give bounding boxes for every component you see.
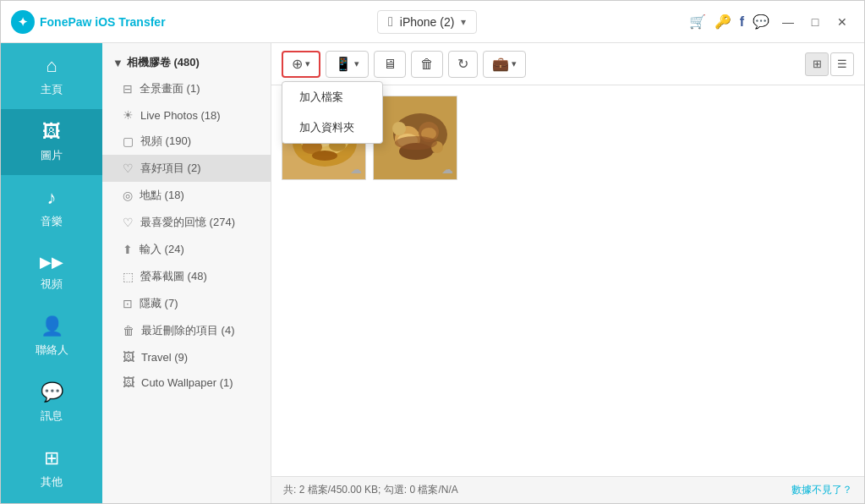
more-options-button[interactable]: 💼 ▾ (483, 51, 526, 78)
cat-label-recently-deleted: 最近刪除的項目 (4) (141, 323, 235, 338)
maximize-button[interactable]: □ (803, 10, 827, 34)
app-window: ✦ FonePaw iOS Transfer  iPhone (2) ▾ 🛒 … (0, 0, 865, 504)
cat-item-recently-deleted[interactable]: 🗑 最近刪除的項目 (4) (102, 317, 271, 344)
sidebar-label-video: 視頻 (41, 277, 63, 292)
cat-item-screenshots[interactable]: ⬚ 螢幕截圖 (48) (102, 263, 271, 290)
data-lost-link[interactable]: 數據不見了？ (791, 483, 852, 497)
cloud-icon-1: ☁ (350, 162, 362, 176)
minimize-button[interactable]: — (776, 10, 800, 34)
more-chevron-icon: ▾ (512, 58, 517, 69)
cat-item-hidden[interactable]: ⊡ 隱藏 (7) (102, 290, 271, 317)
music-icon: ♪ (47, 187, 57, 209)
cat-label-cuto: Cuto Wallpaper (1) (141, 376, 233, 389)
status-bar: 共: 2 檔案/450.00 KB; 勾選: 0 檔案/N/A 數據不見了？ (271, 476, 864, 503)
list-view-button[interactable]: ☰ (830, 52, 854, 76)
window-controls: — □ ✕ (776, 10, 854, 34)
sidebar-item-music[interactable]: ♪ 音樂 (1, 175, 102, 241)
sidebar-item-photos[interactable]: 🖼 圖片 (1, 109, 102, 175)
category-header-text: 相機膠卷 (480) (127, 55, 200, 70)
delete-button[interactable]: 🗑 (411, 51, 443, 78)
add-chevron-icon: ▾ (305, 58, 310, 69)
export-device-chevron-icon: ▾ (354, 58, 359, 69)
computer-icon: 🖥 (383, 57, 397, 72)
cat-item-cuto[interactable]: 🖼 Cuto Wallpaper (1) (102, 370, 271, 395)
cat-label-screenshots: 螢幕截圖 (48) (140, 269, 207, 284)
refresh-button[interactable]: ↻ (448, 51, 478, 78)
device-name: iPhone (2) (400, 15, 455, 29)
cat-label-memories: 最喜愛的回憶 (274) (140, 215, 235, 230)
chat-icon[interactable]: 💬 (753, 14, 769, 30)
briefcase-icon: 💼 (492, 56, 509, 72)
delete-icon: 🗑 (420, 57, 434, 72)
title-bar: ✦ FonePaw iOS Transfer  iPhone (2) ▾ 🛒 … (1, 1, 864, 43)
sidebar-label-home: 主頁 (41, 82, 63, 97)
add-file-item[interactable]: 加入檔案 (282, 82, 382, 112)
sidebar-item-toolbox[interactable]: 🔧 工具箱 (1, 501, 102, 503)
cat-item-travel[interactable]: 🖼 Travel (9) (102, 344, 271, 370)
sidebar-label-messages: 訊息 (41, 408, 63, 424)
collapse-arrow-icon: ▼ (112, 57, 123, 69)
sidebar-label-music: 音樂 (41, 214, 63, 229)
messages-icon: 💬 (41, 381, 63, 403)
cat-item-memories[interactable]: ♡ 最喜愛的回憶 (274) (102, 209, 271, 236)
facebook-icon[interactable]: f (740, 14, 744, 30)
photo-grid: ☁ (271, 85, 864, 476)
add-folder-item[interactable]: 加入資料夾 (282, 112, 382, 143)
video-icon: ▶▶ (40, 253, 63, 271)
sidebar-item-others[interactable]: ⊞ 其他 (1, 436, 102, 501)
add-dropdown-menu: 加入檔案 加入資料夾 (282, 81, 383, 144)
others-icon: ⊞ (44, 447, 59, 469)
cuto-icon: 🖼 (123, 375, 134, 389)
cat-label-imports: 輸入 (24) (140, 242, 184, 257)
cat-item-places[interactable]: ◎ 地點 (18) (102, 182, 271, 209)
hidden-icon: ⊡ (123, 297, 133, 310)
title-bar-center:  iPhone (2) ▾ (166, 10, 689, 34)
key-icon[interactable]: 🔑 (714, 14, 731, 30)
view-toggle: ⊞ ☰ (805, 52, 854, 76)
home-icon: ⌂ (46, 55, 57, 77)
cat-label-places: 地點 (18) (140, 188, 184, 203)
photo-item-2[interactable]: ☁ (373, 96, 457, 180)
cat-item-video[interactable]: ▢ 視頻 (190) (102, 128, 271, 155)
sidebar-item-messages[interactable]: 💬 訊息 (1, 370, 102, 436)
cat-item-panorama[interactable]: ⊟ 全景畫面 (1) (102, 75, 271, 102)
cart-icon[interactable]: 🛒 (689, 14, 706, 30)
cat-video-icon: ▢ (123, 134, 134, 148)
screenshots-icon: ⬚ (123, 270, 134, 283)
app-title: FonePaw iOS Transfer (40, 15, 166, 29)
cat-label-travel: Travel (9) (141, 351, 188, 364)
phone-icon: 📱 (335, 56, 352, 72)
sidebar-item-contacts[interactable]: 👤 聯絡人 (1, 304, 102, 370)
add-folder-label: 加入資料夾 (299, 121, 354, 134)
places-icon: ◎ (123, 189, 133, 202)
content-area: ⊕ ▾ 📱 ▾ 🖥 🗑 ↻ 💼 ▾ (271, 43, 864, 503)
cat-label-panorama: 全景畫面 (1) (140, 81, 200, 96)
add-button[interactable]: ⊕ ▾ (282, 51, 320, 78)
cat-label-favorites: 喜好項目 (2) (140, 161, 201, 176)
toolbar: ⊕ ▾ 📱 ▾ 🖥 🗑 ↻ 💼 ▾ (271, 43, 864, 85)
livephotos-icon: ☀ (123, 108, 134, 122)
cat-item-imports[interactable]: ⬆ 輸入 (24) (102, 236, 271, 263)
cat-item-favorites[interactable]: ♡ 喜好項目 (2) (102, 155, 271, 182)
sidebar-label-others: 其他 (41, 474, 63, 490)
export-to-device-button[interactable]: 📱 ▾ (326, 51, 369, 78)
grid-view-button[interactable]: ⊞ (805, 52, 829, 76)
sidebar-item-video[interactable]: ▶▶ 視頻 (1, 241, 102, 304)
logo-icon: ✦ (11, 10, 35, 34)
close-button[interactable]: ✕ (830, 10, 854, 34)
cat-item-livephotos[interactable]: ☀ Live Photos (18) (102, 102, 271, 128)
photos-icon: 🖼 (42, 121, 61, 143)
memories-icon: ♡ (123, 216, 134, 229)
device-selector[interactable]:  iPhone (2) ▾ (377, 10, 477, 34)
main-content: ⌂ 主頁 🖼 圖片 ♪ 音樂 ▶▶ 視頻 👤 聯絡人 💬 訊息 (1, 43, 864, 503)
sidebar-label-contacts: 聯絡人 (36, 342, 68, 358)
apple-icon:  (388, 14, 393, 30)
panorama-icon: ⊟ (123, 82, 133, 96)
imports-icon: ⬆ (123, 243, 133, 256)
add-file-label: 加入檔案 (299, 90, 343, 103)
svg-point-14 (392, 122, 406, 135)
sidebar-item-home[interactable]: ⌂ 主頁 (1, 43, 102, 109)
title-bar-actions: 🛒 🔑 f 💬 (689, 14, 769, 30)
status-text: 共: 2 檔案/450.00 KB; 勾選: 0 檔案/N/A (283, 483, 458, 497)
export-to-computer-button[interactable]: 🖥 (374, 51, 406, 78)
